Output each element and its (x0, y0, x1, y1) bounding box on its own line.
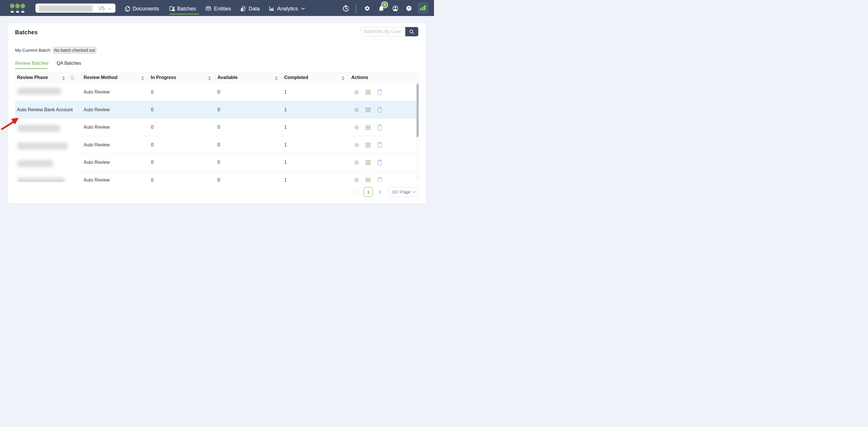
svg-text:3: 3 (383, 3, 386, 7)
svg-text:?: ? (408, 6, 410, 10)
